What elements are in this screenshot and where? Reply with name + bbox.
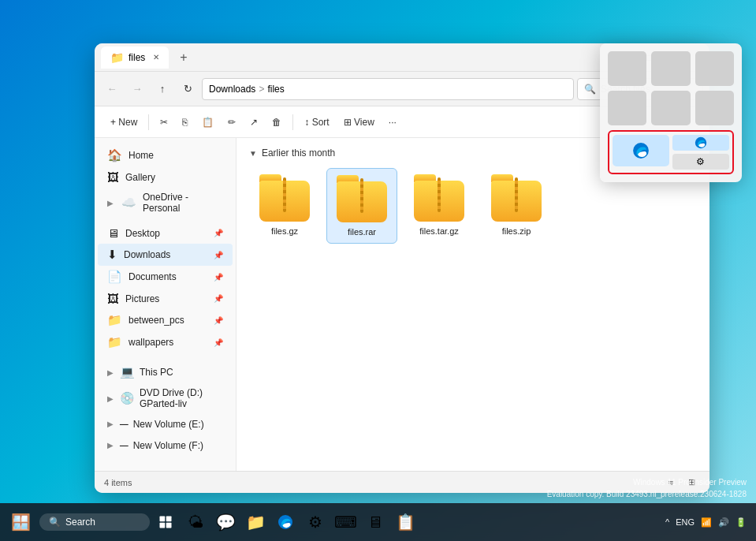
snap-cell-2-1[interactable] (608, 91, 646, 125)
cut-button[interactable]: ✂ (154, 114, 174, 131)
breadcrumb-sep1: > (259, 84, 264, 95)
sidebar-item-dvd[interactable]: ▶ 💿 DVD Drive (D:) GParted-liv (98, 383, 233, 413)
svg-rect-2 (160, 517, 166, 522)
sidebar-item-documents[interactable]: 📄 Documents 📌 (98, 266, 233, 288)
sidebar-item-vol-f[interactable]: ▶ ─ New Volume (F:) (98, 435, 233, 456)
snap-gear-btn[interactable]: ⚙ (672, 154, 729, 170)
more-button[interactable]: ··· (382, 114, 403, 131)
rename-button[interactable]: ✏ (222, 114, 242, 131)
vol-f-expand-icon: ▶ (107, 441, 114, 450)
breadcrumb[interactable]: Downloads > files (202, 78, 574, 100)
delete-button[interactable]: 🗑 (266, 114, 288, 131)
start-button[interactable]: 🪟 (6, 508, 35, 536)
sidebar-item-onedrive[interactable]: ▶ ☁️ OneDrive - Personal (98, 188, 233, 218)
sidebar-label-onedrive: OneDrive - Personal (143, 192, 223, 214)
svg-rect-5 (166, 523, 172, 528)
task-view-icon (158, 515, 173, 529)
file-item-gz[interactable]: files.gz (249, 168, 320, 244)
new-button[interactable]: + New (104, 114, 143, 131)
view-button[interactable]: ⊞ View (337, 114, 381, 131)
share-button[interactable]: ↗ (244, 114, 264, 131)
documents-pin-icon: 📌 (214, 273, 223, 282)
taskbar-edge[interactable] (271, 508, 300, 536)
documents-icon: 📄 (107, 270, 122, 284)
section-chevron-icon[interactable]: ▼ (249, 149, 257, 158)
taskbar-widgets[interactable]: 🌤 (181, 508, 210, 536)
copy-button[interactable]: ⎘ (176, 114, 194, 131)
taskbar-task-view[interactable] (151, 508, 180, 536)
new-tab-button[interactable]: + (175, 49, 192, 66)
sidebar-item-gallery[interactable]: 🖼 Gallery (98, 166, 233, 188)
taskbar-search-icon: 🔍 (49, 517, 61, 528)
taskbar-notes[interactable]: 📋 (391, 508, 419, 536)
gallery-icon: 🖼 (107, 170, 119, 184)
snap-cell-2-3[interactable] (695, 91, 734, 125)
forward-button[interactable]: → (126, 78, 148, 100)
sidebar-item-wallpapers[interactable]: 📁 wallpapers 📌 (98, 331, 233, 353)
folder-icon-tar-gz (414, 174, 464, 222)
this-pc-icon: 💻 (120, 365, 135, 379)
sidebar-label-vol-e: New Volume (E:) (133, 419, 204, 430)
wallpapers-pin-icon: 📌 (214, 338, 223, 347)
sidebar-item-desktop[interactable]: 🖥 Desktop 📌 (98, 222, 233, 244)
snap-edge-top-right[interactable] (672, 135, 729, 151)
sidebar-item-home[interactable]: 🏠 Home (98, 144, 233, 166)
file-item-zip[interactable]: files.zip (481, 168, 552, 244)
file-item-rar[interactable]: files.rar (326, 168, 397, 244)
taskbar-search[interactable]: 🔍 Search (39, 513, 150, 531)
taskbar-settings[interactable]: ⚙ (301, 508, 330, 536)
this-pc-expand-icon: ▶ (107, 368, 114, 377)
sidebar-item-downloads[interactable]: ⬇ Downloads 📌 (98, 244, 233, 266)
edge-icon-left (632, 142, 650, 159)
pictures-icon: 🖼 (107, 292, 119, 305)
tab-close-btn[interactable]: ✕ (153, 53, 159, 62)
vol-f-icon: ─ (120, 438, 128, 452)
paste-button[interactable]: 📋 (196, 114, 220, 131)
desktop-icon: 🖥 (107, 226, 119, 240)
file-name-rar: files.rar (348, 227, 376, 237)
between-pcs-icon: 📁 (107, 313, 122, 327)
taskbar-screen[interactable]: 🖥 (361, 508, 389, 536)
window-tab[interactable]: 📁 files ✕ (101, 47, 169, 69)
tab-folder-icon: 📁 (110, 51, 124, 64)
snap-cell-2-2[interactable] (651, 91, 690, 125)
taskbar-teams[interactable]: 💬 (211, 508, 240, 536)
up-button[interactable]: ↑ (151, 78, 173, 100)
sidebar-label-desktop: Desktop (125, 228, 160, 239)
search-icon: 🔍 (584, 84, 596, 95)
snap-cell-1-2[interactable] (651, 51, 690, 86)
back-button[interactable]: ← (101, 78, 123, 100)
content-area: 🏠 Home 🖼 Gallery ▶ ☁️ OneDrive - Persona… (95, 138, 709, 471)
watermark-line2: Evaluation copy. Build 23493.ni_prerelea… (547, 488, 747, 500)
refresh-button[interactable]: ↻ (177, 78, 199, 100)
sidebar-label-gallery: Gallery (125, 172, 155, 183)
dvd-expand-icon: ▶ (107, 394, 114, 403)
sidebar-item-vol-e[interactable]: ▶ ─ New Volume (E:) (98, 413, 233, 435)
snap-edge-left[interactable] (613, 135, 669, 166)
sidebar-item-pictures[interactable]: 🖼 Pictures 📌 (98, 288, 233, 309)
file-item-tar-gz[interactable]: files.tar.gz (404, 168, 475, 244)
item-count: 4 items (104, 478, 132, 487)
downloads-icon: ⬇ (107, 248, 117, 262)
snap-cell-1-3[interactable] (695, 51, 734, 86)
sidebar-label-dvd: DVD Drive (D:) GParted-liv (140, 387, 223, 409)
sidebar-item-this-pc[interactable]: ▶ 💻 This PC (98, 361, 233, 383)
onedrive-icon: ☁️ (121, 196, 136, 210)
section-label: Earlier this month (262, 147, 335, 159)
sidebar-item-between-pcs[interactable]: 📁 between_pcs 📌 (98, 309, 233, 331)
between-pcs-pin-icon: 📌 (214, 316, 223, 325)
tray-chevron[interactable]: ^ (665, 517, 669, 527)
vol-e-icon: ─ (120, 417, 128, 431)
taskbar-file-explorer[interactable]: 📁 (241, 508, 270, 536)
tray-battery-icon: 🔋 (736, 517, 747, 528)
file-name-tar-gz: files.tar.gz (419, 226, 459, 236)
tray-wifi-icon: 📶 (701, 517, 712, 528)
sort-button[interactable]: ↕ Sort (298, 114, 335, 131)
taskbar-terminal[interactable]: ⌨ (331, 508, 359, 536)
dvd-icon: 💿 (120, 391, 135, 405)
watermark-line1: Windows 11 Pro Insider Preview (547, 476, 747, 488)
snap-cell-1-1[interactable] (608, 51, 646, 86)
breadcrumb-path-root: Downloads (209, 84, 255, 95)
toolbar-sep1 (148, 114, 149, 130)
desktop-pin-icon: 📌 (214, 229, 223, 237)
